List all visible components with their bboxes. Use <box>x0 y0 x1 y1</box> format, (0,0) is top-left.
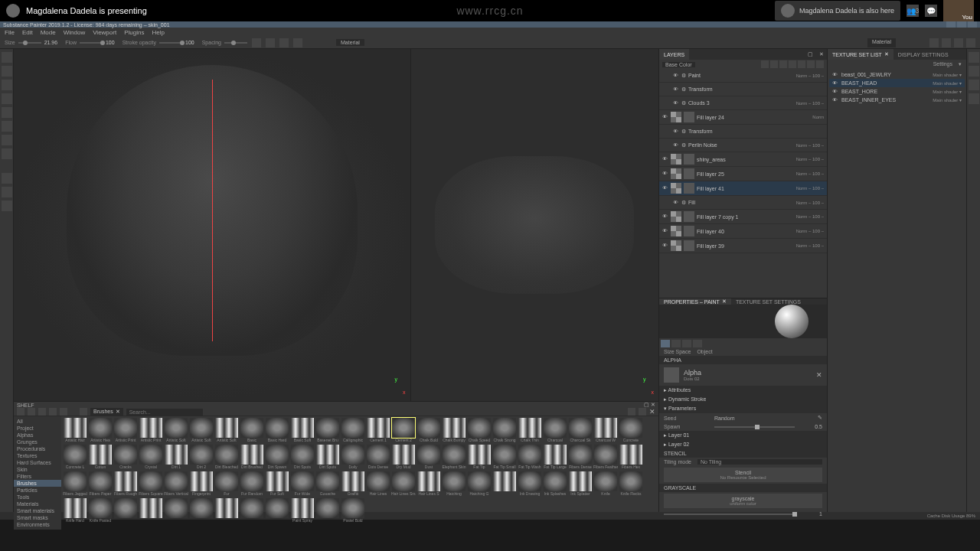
brush-item[interactable]: Fibers Jagged <box>63 471 87 497</box>
visibility-icon[interactable]: 👁 <box>673 86 679 93</box>
size-slider[interactable] <box>18 42 41 44</box>
brush-item[interactable]: Hair Lines <box>366 471 390 497</box>
layers-tab[interactable]: LAYERS <box>659 49 689 60</box>
brush-item[interactable]: Fingerprint <box>189 471 214 497</box>
brush-item[interactable]: Dirt Spawn <box>265 445 289 471</box>
brush-item[interactable]: Knife Hard <box>63 498 87 524</box>
shelf-category[interactable]: Particles <box>14 487 61 494</box>
blend-mode[interactable]: Norm <box>812 115 824 119</box>
brush-item[interactable]: Fur Soft <box>265 471 289 497</box>
shelf-category[interactable]: Smart masks <box>14 514 61 521</box>
layer-name[interactable]: Transform <box>688 86 822 92</box>
opacity-slider[interactable] <box>159 42 182 44</box>
layer-name[interactable]: shiny_areas <box>697 157 794 162</box>
layer-row[interactable]: 👁Fill layer 40Norm – 100 – <box>659 224 827 239</box>
grayscale-slider[interactable] <box>664 514 795 515</box>
brush-item[interactable]: Artistic Soft <box>189 418 214 444</box>
menu-mode[interactable]: Mode <box>41 29 56 36</box>
mask-thumb[interactable] <box>671 240 681 251</box>
chat-icon[interactable]: 💬 <box>925 5 937 17</box>
brush-item[interactable]: Dirt Brushed <box>240 445 264 471</box>
shelf-close-icon[interactable]: ✕ <box>651 402 655 407</box>
seed-value[interactable]: Random <box>714 416 813 421</box>
brush-item[interactable]: Fat Tip <box>467 445 492 471</box>
brush-item[interactable]: Pastel Bold <box>341 498 365 524</box>
visibility-icon[interactable]: 👁 <box>673 200 679 206</box>
flow-slider[interactable] <box>80 42 103 44</box>
add-fill-icon[interactable] <box>789 60 796 68</box>
brush-item[interactable]: Hatching G <box>467 471 492 497</box>
brush-item[interactable] <box>113 498 138 524</box>
attributes-section[interactable]: ▸ Attributes <box>659 386 827 395</box>
visibility-icon[interactable]: 👁 <box>662 114 668 120</box>
texset-list-tab[interactable]: TEXTURE SET LIST✕ <box>828 49 893 60</box>
menu-edit[interactable]: Edit <box>22 29 33 36</box>
stencil-mode-icon[interactable] <box>682 340 691 347</box>
shelf-view-icon[interactable] <box>38 408 46 416</box>
brush-item[interactable]: Fibers Hex <box>619 445 643 471</box>
brush-item[interactable]: Chalk Bold <box>416 418 441 444</box>
brush-item[interactable] <box>164 498 188 524</box>
layer-row[interactable]: 👁Fill layer 39Norm – 100 – <box>659 239 827 253</box>
visibility-icon[interactable]: 👁 <box>832 80 838 86</box>
shelf-category[interactable]: Environments <box>14 521 61 528</box>
shelf-view-icon[interactable] <box>60 408 67 416</box>
brush-item[interactable]: Fat Tip Wash <box>518 445 542 471</box>
grayscale-section[interactable]: GRAYSCALE <box>659 484 827 492</box>
layer-row[interactable]: 👁Fill layer 25Norm – 100 – <box>659 167 827 181</box>
shelf-grid-icon[interactable] <box>628 408 635 416</box>
layer-name[interactable]: Fill layer 7 copy 1 <box>697 214 794 220</box>
brush-item[interactable]: Ink Splashes <box>543 471 567 497</box>
brush-item[interactable] <box>265 498 289 524</box>
toolbar-icon[interactable] <box>293 38 302 47</box>
brush-item[interactable]: Dust <box>416 445 441 471</box>
brush-item[interactable]: Chalk Strong <box>492 418 517 444</box>
viewport-3d[interactable] <box>14 49 411 401</box>
alpha-thumb[interactable] <box>664 367 679 383</box>
layer-name[interactable]: Fill <box>688 200 794 205</box>
brush-item[interactable]: Calligraphic <box>341 418 365 444</box>
visibility-icon[interactable]: 👁 <box>832 72 838 77</box>
layer-row[interactable]: 👁shiny_areasNorm – 100 – <box>659 152 827 167</box>
layer-thumb[interactable] <box>684 183 694 194</box>
brush-item[interactable]: Artistic Hea <box>88 418 113 444</box>
visibility-icon[interactable]: 👁 <box>673 142 679 148</box>
brush-item[interactable]: Fat Tip Small <box>492 445 517 471</box>
history-icon[interactable] <box>969 52 979 63</box>
camera-icon[interactable] <box>929 38 939 47</box>
shelf-filter-tab[interactable]: Brushes✕ <box>90 408 123 416</box>
blend-mode[interactable]: Norm – 100 – <box>796 186 824 191</box>
layer-row[interactable]: 👁⚙PaintNorm – 100 – <box>659 69 827 83</box>
layer-thumb[interactable] <box>684 112 694 122</box>
add-layer-icon[interactable] <box>779 60 787 68</box>
menu-file[interactable]: File <box>5 29 15 36</box>
poly-fill-tool[interactable] <box>2 148 12 159</box>
layer-row[interactable]: 👁Fill layer 41Norm – 100 – <box>659 181 827 196</box>
brush-item[interactable]: Elephant Skin <box>442 445 466 471</box>
clone-tool[interactable] <box>2 121 12 132</box>
brush-item[interactable]: Ink Splatter <box>568 471 593 497</box>
brush-item[interactable]: Paint Spray <box>290 498 315 524</box>
brush-item[interactable]: Cotton <box>88 445 113 471</box>
effect-icon[interactable]: ⚙ <box>681 100 686 106</box>
blend-mode[interactable]: Norm – 100 – <box>796 201 824 205</box>
shelf-category[interactable]: All <box>14 418 61 425</box>
maximize-button[interactable] <box>957 21 966 28</box>
layer-name[interactable]: Paint <box>688 73 794 78</box>
dynstroke-section[interactable]: ▸ Dynamic Stroke <box>659 395 827 404</box>
stencil-button[interactable]: Stencil No Resource Selected <box>664 468 822 482</box>
log-icon[interactable] <box>969 66 979 77</box>
blend-mode[interactable]: Norm – 100 – <box>796 171 824 176</box>
visibility-icon[interactable]: 👁 <box>662 214 668 220</box>
brush-item[interactable]: Hair Lines S <box>416 471 441 497</box>
toolbar-icon[interactable] <box>279 38 289 47</box>
display-icon[interactable] <box>942 38 951 47</box>
brush-item[interactable]: Artistic Soft <box>164 418 188 444</box>
visibility-icon[interactable]: 👁 <box>662 228 668 234</box>
layer-name[interactable]: Fill layer 41 <box>697 186 794 191</box>
paint-tool[interactable] <box>2 52 12 63</box>
minimize-button[interactable] <box>946 21 956 28</box>
brush-item[interactable]: Artistic Print <box>139 418 163 444</box>
add-smart-icon[interactable] <box>807 60 815 68</box>
brush-item[interactable]: Dirt Spots <box>315 445 340 471</box>
